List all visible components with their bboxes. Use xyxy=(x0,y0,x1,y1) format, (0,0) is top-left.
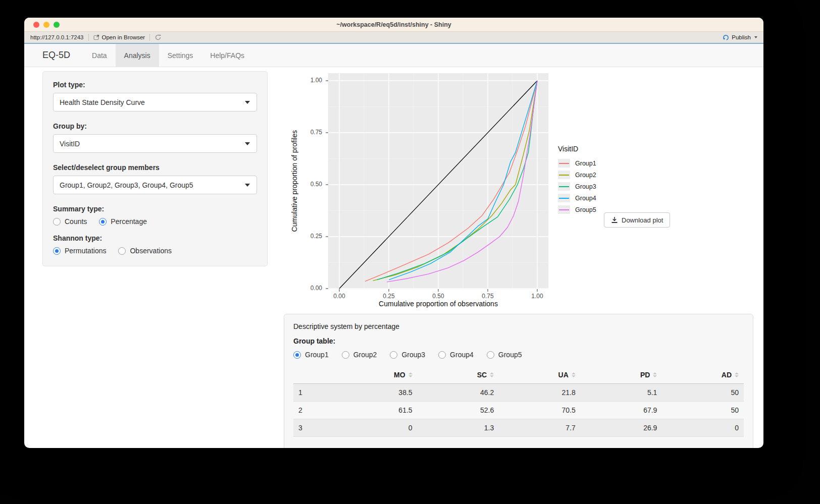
column-label: MO xyxy=(394,371,405,379)
plot-type-select[interactable]: Health State Density Curve xyxy=(53,93,257,111)
toolbar-divider xyxy=(149,34,150,41)
legend-label: Group4 xyxy=(575,195,596,202)
legend-title: VisitID xyxy=(558,145,596,153)
sort-icon[interactable] xyxy=(572,372,576,377)
legend-key-icon xyxy=(558,171,570,179)
group-table-radio-group5[interactable]: Group5 xyxy=(487,351,522,359)
x-tick-label: 0.25 xyxy=(378,293,400,300)
group-table-radio-group2[interactable]: Group2 xyxy=(342,351,377,359)
column-label: PD xyxy=(640,371,650,379)
table-cell: 38.5 xyxy=(336,384,418,402)
table-header-pd[interactable]: PD xyxy=(581,366,662,384)
radio-unselected-icon[interactable] xyxy=(118,247,126,255)
table-cell: 67.9 xyxy=(581,402,662,419)
table-cell: 0 xyxy=(336,419,418,437)
radio-unselected-icon[interactable] xyxy=(487,351,494,359)
group-by-select[interactable]: VisitID xyxy=(53,134,257,153)
open-in-browser-button[interactable]: Open in Browser xyxy=(93,34,145,40)
sort-icon[interactable] xyxy=(490,372,494,377)
chevron-down-icon xyxy=(245,101,250,104)
shiny-app-window: ~/workspace/R/eq5d/inst/shiny - Shiny ht… xyxy=(24,18,763,448)
group-by-value: VisitID xyxy=(60,140,80,148)
sort-icon[interactable] xyxy=(735,372,739,377)
open-in-browser-icon xyxy=(93,34,99,40)
legend-entry-group5: Group5 xyxy=(558,204,596,215)
radio-selected-icon[interactable] xyxy=(53,247,61,255)
group-by-label: Group by: xyxy=(53,122,257,130)
reload-button[interactable] xyxy=(155,34,162,41)
table-header-row: MOSCUAPDAD xyxy=(293,366,744,384)
legend-entry-group4: Group4 xyxy=(558,192,596,204)
nav-tabs: DataAnalysisSettingsHelp/FAQs xyxy=(83,44,253,67)
summary-type-radio-counts[interactable]: Counts xyxy=(53,217,87,226)
nav-tab-analysis[interactable]: Analysis xyxy=(116,44,159,67)
shannon-type-radio-permutations[interactable]: Permutations xyxy=(53,247,106,255)
download-icon xyxy=(611,216,618,223)
radio-unselected-icon[interactable] xyxy=(53,218,61,226)
radio-selected-icon[interactable] xyxy=(99,218,107,226)
shannon-type-radio-observations[interactable]: Observations xyxy=(118,247,171,255)
desktop-background: ~/workspace/R/eq5d/inst/shiny - Shiny ht… xyxy=(0,0,820,504)
group-table-radio-group1[interactable]: Group1 xyxy=(293,351,329,359)
x-axis-title: Cumulative proportion of observations xyxy=(328,300,548,308)
app-brand: EQ-5D xyxy=(42,44,70,67)
publish-label: Publish xyxy=(732,34,751,40)
toolbar-divider xyxy=(88,34,89,41)
nav-tab-settings[interactable]: Settings xyxy=(159,44,202,67)
radio-label: Observations xyxy=(130,247,171,255)
table-cell: 52.6 xyxy=(418,402,499,419)
group-members-label: Select/deselect group members xyxy=(53,163,257,172)
y-tick-label: 1.00 xyxy=(298,77,322,84)
group-members-select[interactable]: Group1, Group2, Group3, Group4, Group5 xyxy=(53,176,257,194)
legend-entry-group3: Group3 xyxy=(558,181,596,192)
sidebar-controls: Plot type: Health State Density Curve Gr… xyxy=(42,71,268,266)
group-table-radio-group4[interactable]: Group4 xyxy=(438,351,474,359)
table-cell: 61.5 xyxy=(336,402,418,419)
sort-icon[interactable] xyxy=(408,372,413,377)
browser-toolbar: http://127.0.0.1:7243 Open in Browser xyxy=(24,32,763,44)
nav-tab-help-faqs[interactable]: Help/FAQs xyxy=(201,44,253,67)
window-titlebar: ~/workspace/R/eq5d/inst/shiny - Shiny xyxy=(24,18,763,32)
download-plot-label: Download plot xyxy=(622,216,663,224)
y-tick-label: 0.25 xyxy=(298,233,322,240)
table-header-ua[interactable]: UA xyxy=(499,366,581,384)
legend-key-icon xyxy=(558,194,570,202)
table-cell: 50 xyxy=(662,402,744,419)
publish-button[interactable]: Publish xyxy=(723,34,757,41)
radio-unselected-icon[interactable] xyxy=(342,351,349,359)
summary-type-radios: CountsPercentage xyxy=(53,217,257,226)
app-navbar: EQ-5D DataAnalysisSettingsHelp/FAQs xyxy=(24,44,763,67)
radio-label: Counts xyxy=(65,217,87,226)
summary-type-radio-percentage[interactable]: Percentage xyxy=(99,217,147,226)
row-name-cell: 1 xyxy=(293,384,336,402)
shannon-type-label: Shannon type: xyxy=(53,234,257,242)
table-cell: 5.1 xyxy=(581,384,662,402)
radio-label: Group4 xyxy=(450,351,474,359)
table-cell: 1.3 xyxy=(418,419,499,437)
group-members-value: Group1, Group2, Group3, Group4, Group5 xyxy=(60,181,193,189)
table-header-ad[interactable]: AD xyxy=(662,366,744,384)
sort-icon[interactable] xyxy=(653,372,657,377)
legend-label: Group2 xyxy=(575,172,596,179)
descriptive-table-panel: Descriptive system by percentage Group t… xyxy=(284,314,753,448)
group-table-radio-group3[interactable]: Group3 xyxy=(390,351,425,359)
radio-selected-icon[interactable] xyxy=(293,351,301,359)
radio-unselected-icon[interactable] xyxy=(438,351,446,359)
radio-label: Group2 xyxy=(353,351,377,359)
radio-label: Group1 xyxy=(305,351,329,359)
legend-key-icon xyxy=(558,159,570,167)
download-plot-button[interactable]: Download plot xyxy=(604,212,670,228)
publish-caret-icon xyxy=(754,36,757,38)
legend-entries: Group1Group2Group3Group4Group5 xyxy=(558,157,596,215)
radio-unselected-icon[interactable] xyxy=(390,351,397,359)
table-header-sc[interactable]: SC xyxy=(418,366,499,384)
url-text: http://127.0.0.1:7243 xyxy=(30,34,84,40)
y-tick-label: 0.00 xyxy=(298,285,322,292)
table-header-rowname xyxy=(293,366,336,384)
x-tick-label: 0.50 xyxy=(427,293,449,300)
nav-tab-data[interactable]: Data xyxy=(83,44,116,67)
legend-label: Group3 xyxy=(575,183,596,190)
row-name-cell: 2 xyxy=(293,402,336,419)
table-header-mo[interactable]: MO xyxy=(336,366,418,384)
legend-key-icon xyxy=(558,182,570,191)
